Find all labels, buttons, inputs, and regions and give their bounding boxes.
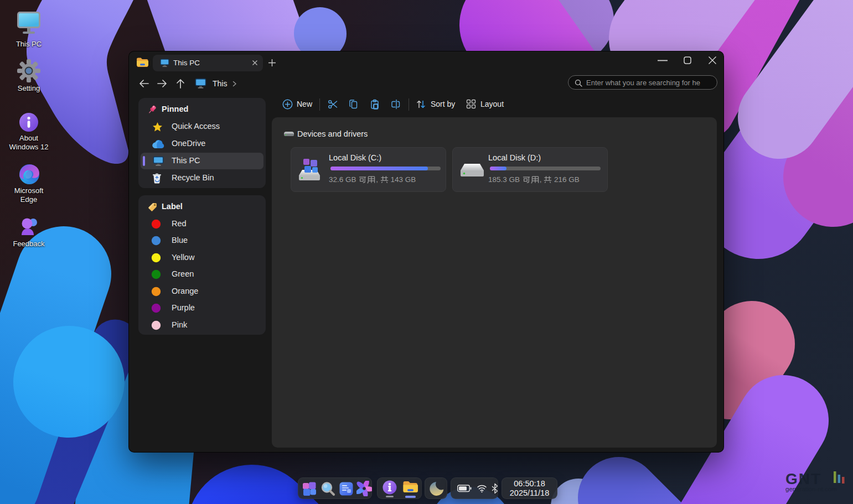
svg-text:generation-nt.com: generation-nt.com [785, 486, 837, 492]
svg-text:GNT: GNT [785, 470, 821, 487]
